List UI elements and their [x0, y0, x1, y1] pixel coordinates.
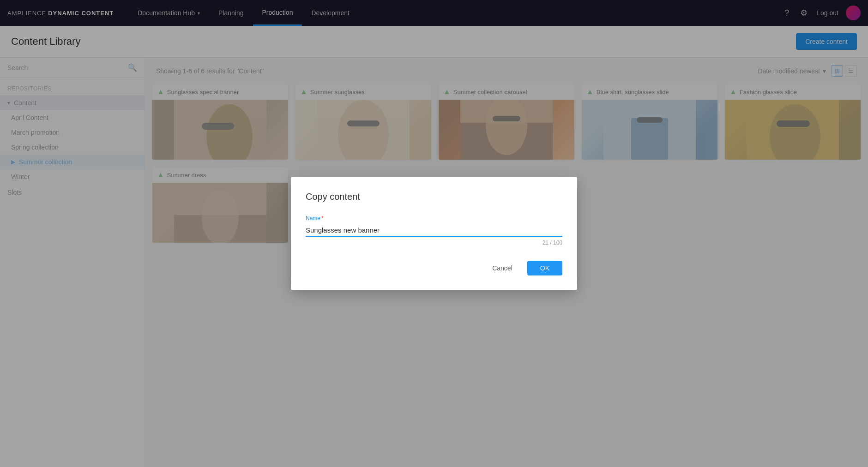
name-input[interactable] — [306, 224, 562, 237]
modal-actions: Cancel OK — [306, 261, 562, 275]
modal-name-field: Name* 21 / 100 — [306, 215, 562, 246]
modal-title: Copy content — [306, 192, 562, 202]
ok-button[interactable]: OK — [527, 261, 562, 275]
modal-overlay[interactable]: Copy content Name* 21 / 100 Cancel OK — [0, 0, 868, 467]
cancel-button[interactable]: Cancel — [485, 261, 520, 275]
name-field-label: Name* — [306, 215, 562, 222]
char-count: 21 / 100 — [306, 239, 562, 246]
copy-content-modal: Copy content Name* 21 / 100 Cancel OK — [291, 177, 577, 290]
